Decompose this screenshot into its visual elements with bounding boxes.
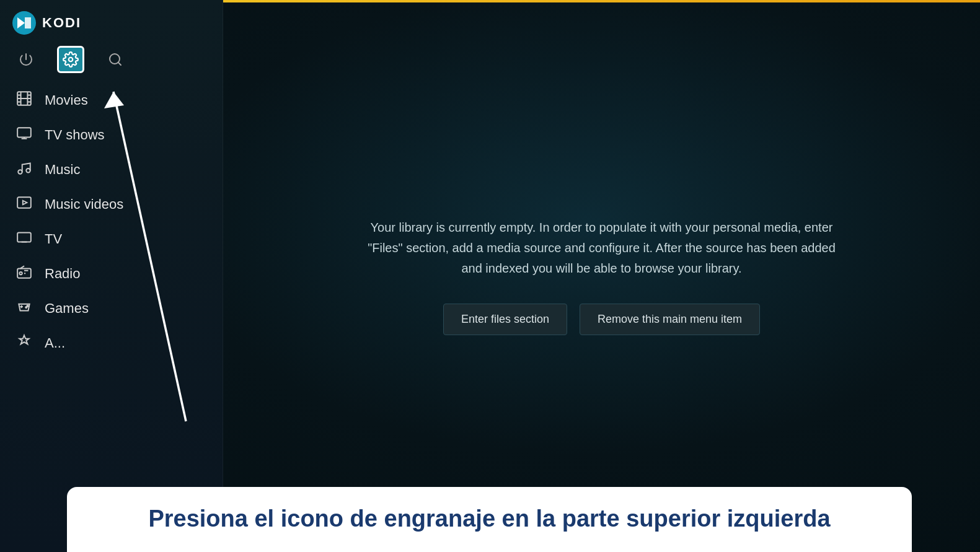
tv-label: TV xyxy=(45,231,62,247)
library-empty-text: Your library is currently empty. In orde… xyxy=(363,217,841,279)
svg-point-3 xyxy=(69,58,73,62)
main-nav: Movies TV shows Music Music videos TV xyxy=(0,83,223,361)
games-icon xyxy=(15,299,33,318)
music-videos-icon xyxy=(15,195,33,214)
sidebar: KODI Movies xyxy=(0,0,223,552)
sidebar-item-music[interactable]: Music xyxy=(0,152,223,187)
app-title: KODI xyxy=(42,15,81,31)
svg-rect-7 xyxy=(17,128,31,137)
icon-bar xyxy=(0,41,223,83)
radio-icon xyxy=(15,264,33,284)
svg-marker-11 xyxy=(23,201,27,205)
search-icon xyxy=(108,52,123,67)
sidebar-item-music-videos[interactable]: Music videos xyxy=(0,187,223,222)
caption-box: Presiona el icono de engranaje en la par… xyxy=(67,487,912,553)
svg-point-14 xyxy=(19,272,22,274)
add-label: A... xyxy=(45,335,65,351)
tv-icon xyxy=(15,229,33,249)
sidebar-header: KODI xyxy=(0,0,223,41)
movies-icon xyxy=(15,90,33,110)
enter-files-button[interactable]: Enter files section xyxy=(443,304,567,335)
action-buttons: Enter files section Remove this main men… xyxy=(443,304,760,335)
remove-menu-item-button[interactable]: Remove this main menu item xyxy=(580,304,760,335)
svg-rect-12 xyxy=(17,232,31,242)
kodi-logo: KODI xyxy=(12,11,81,35)
music-videos-label: Music videos xyxy=(45,196,123,212)
svg-marker-2 xyxy=(25,17,31,28)
games-label: Games xyxy=(45,300,89,317)
sidebar-item-games[interactable]: Games xyxy=(0,291,223,326)
sidebar-item-movies[interactable]: Movies xyxy=(0,83,223,118)
radio-label: Radio xyxy=(45,266,80,282)
add-icon xyxy=(15,333,33,353)
svg-line-5 xyxy=(118,63,121,65)
tvshows-icon xyxy=(15,125,33,145)
music-label: Music xyxy=(45,162,80,178)
svg-point-16 xyxy=(25,307,27,308)
sidebar-item-add[interactable]: A... xyxy=(0,326,223,361)
caption-text: Presiona el icono de engranaje en la par… xyxy=(92,504,887,534)
top-accent-line xyxy=(223,0,980,2)
music-icon xyxy=(15,160,33,180)
sidebar-item-radio[interactable]: Radio xyxy=(0,256,223,291)
library-message-container: Your library is currently empty. In orde… xyxy=(338,217,865,279)
search-button[interactable] xyxy=(102,46,129,73)
main-content: Your library is currently empty. In orde… xyxy=(223,0,980,552)
kodi-icon xyxy=(12,11,36,35)
gear-icon xyxy=(63,51,79,68)
settings-button[interactable] xyxy=(57,46,84,73)
sidebar-item-tvshows[interactable]: TV shows xyxy=(0,118,223,152)
sidebar-item-tv[interactable]: TV xyxy=(0,222,223,256)
tvshows-label: TV shows xyxy=(45,127,105,143)
power-icon xyxy=(19,52,33,67)
svg-rect-10 xyxy=(17,197,31,208)
movies-label: Movies xyxy=(45,92,88,108)
power-button[interactable] xyxy=(12,46,40,73)
